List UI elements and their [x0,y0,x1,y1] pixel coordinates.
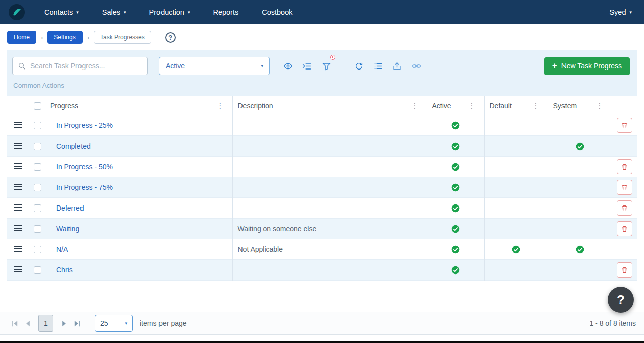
page-size-select[interactable]: 25 ▾ [95,315,133,332]
drag-handle-icon[interactable] [14,163,22,169]
trash-icon [621,184,628,191]
column-label: System [553,102,577,110]
row-checkbox[interactable] [34,266,41,274]
status-filter-select[interactable]: Active ▾ [159,57,270,75]
row-checkbox[interactable] [34,143,41,150]
delete-button[interactable] [617,221,632,236]
chevron-down-icon: ▾ [629,10,632,15]
list-view-button[interactable] [372,60,384,73]
row-checkbox[interactable] [34,246,41,253]
row-checkbox[interactable] [34,163,41,171]
new-task-progress-button[interactable]: + New Task Progress [544,57,630,75]
items-per-page-label: items per page [140,319,187,327]
toolbar: Active ▾ [12,57,631,75]
search-box [12,57,148,75]
nav-reports[interactable]: Reports [213,8,238,16]
column-menu-icon[interactable]: ⋮ [595,101,605,110]
breadcrumb: Home › Settings › Task Progresses ? [0,24,644,50]
refresh-button[interactable] [353,60,365,73]
page-size-value: 25 [100,319,108,327]
filter-icon [321,61,331,71]
indent-button[interactable] [301,60,313,73]
trash-icon [621,163,628,171]
table-row: WaitingWaiting on someone else [7,219,637,239]
progress-link[interactable]: In Progress - 25% [56,121,113,129]
delete-button[interactable] [617,200,632,216]
select-all-checkbox[interactable] [34,102,41,110]
bottom-padding [0,335,644,341]
nav-costbook[interactable]: Costbook [262,8,292,16]
page-number-button[interactable]: 1 [38,315,53,332]
breadcrumb-separator: › [41,34,43,41]
filter-button[interactable] [320,60,333,73]
column-menu-icon[interactable]: ⋮ [467,101,477,110]
breadcrumb-settings[interactable]: Settings [47,31,82,44]
row-checkbox[interactable] [34,184,41,191]
previous-page-icon [24,320,32,327]
trash-icon [621,122,628,129]
link-button[interactable] [410,60,423,73]
first-page-button[interactable] [8,317,21,330]
breadcrumb-home[interactable]: Home [7,31,36,44]
nav-production[interactable]: Production ▾ [149,8,190,16]
progress-link[interactable]: Deferred [56,204,84,212]
chevron-down-icon: ▾ [76,10,79,15]
task-progress-table: Progress ⋮ Description ⋮ Active ⋮ [7,96,637,281]
column-menu-icon[interactable]: ⋮ [410,101,420,110]
row-checkbox[interactable] [34,225,41,233]
drag-handle-icon[interactable] [14,204,22,211]
chevron-down-icon: ▾ [125,321,127,326]
last-page-button[interactable] [70,317,84,330]
delete-button[interactable] [617,159,632,174]
delete-button[interactable] [617,180,632,195]
active-check-icon [451,204,460,213]
nav-sales[interactable]: Sales ▾ [102,8,126,16]
active-check-icon [451,121,460,130]
indent-icon [302,61,312,71]
drag-handle-icon[interactable] [14,266,22,272]
nav-contacts[interactable]: Contacts ▾ [44,8,79,16]
search-input[interactable] [30,62,142,70]
table-row: In Progress - 25% [7,115,637,136]
progress-link[interactable]: N/A [56,245,68,253]
breadcrumb-task-progresses[interactable]: Task Progresses [94,31,151,44]
floating-help-button[interactable]: ? [608,287,634,313]
active-check-icon [451,266,460,275]
row-checkbox[interactable] [34,122,41,129]
delete-button[interactable] [617,118,632,133]
drag-handle-icon[interactable] [14,225,22,231]
new-task-progress-label: New Task Progress [561,62,622,70]
trash-icon [621,266,628,274]
user-menu[interactable]: Syed ▾ [609,8,636,16]
export-button[interactable] [391,60,404,73]
progress-link[interactable]: Completed [56,142,91,150]
column-header-default: Default ⋮ [484,96,548,115]
previous-page-button[interactable] [21,317,34,330]
table-row: Completed [7,136,637,157]
drag-handle-icon[interactable] [14,246,22,252]
progress-link[interactable]: Chris [56,266,73,274]
main-content: Active ▾ [0,50,644,96]
drag-handle-icon[interactable] [14,184,22,190]
column-menu-icon[interactable]: ⋮ [216,101,225,110]
chevron-down-icon: ▾ [124,10,126,15]
column-label: Progress [50,102,78,110]
bottom-strip [0,341,644,343]
column-menu-icon[interactable]: ⋮ [531,101,541,110]
next-page-button[interactable] [57,317,70,330]
drag-handle-icon[interactable] [14,143,22,149]
app-logo[interactable] [8,4,25,21]
table-body: In Progress - 25%CompletedIn Progress - … [7,115,637,281]
progress-link[interactable]: Waiting [56,225,79,233]
delete-button[interactable] [617,262,632,278]
row-checkbox[interactable] [34,204,41,212]
progress-link[interactable]: In Progress - 75% [56,183,113,191]
common-actions-link[interactable]: Common Actions [12,75,631,96]
description-text: Not Applicable [238,245,283,253]
help-icon[interactable]: ? [165,32,176,43]
list-icon [373,61,383,71]
view-button[interactable] [282,60,294,73]
drag-handle-icon[interactable] [14,122,22,128]
link-icon [412,61,421,71]
progress-link[interactable]: In Progress - 50% [56,163,113,171]
